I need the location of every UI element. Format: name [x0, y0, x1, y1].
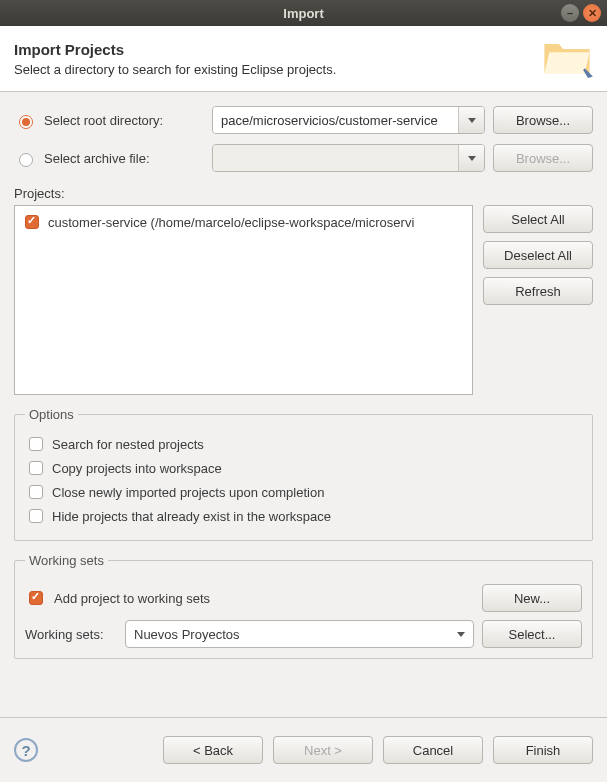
projects-label: Projects:	[14, 186, 593, 201]
archive-browse-button: Browse...	[493, 144, 593, 172]
root-directory-input[interactable]	[213, 107, 458, 133]
root-directory-label: Select root directory:	[44, 113, 204, 128]
add-to-working-sets-checkbox[interactable]	[29, 591, 43, 605]
archive-file-radio[interactable]	[19, 153, 33, 167]
page-subtitle: Select a directory to search for existin…	[14, 62, 541, 77]
root-directory-dropdown[interactable]	[458, 107, 484, 133]
cancel-button[interactable]: Cancel	[383, 736, 483, 764]
close-imported-label: Close newly imported projects upon compl…	[52, 485, 324, 500]
archive-file-input	[213, 145, 458, 171]
archive-file-label: Select archive file:	[44, 151, 204, 166]
select-all-button[interactable]: Select All	[483, 205, 593, 233]
search-nested-label: Search for nested projects	[52, 437, 204, 452]
page-title: Import Projects	[14, 41, 541, 58]
project-label: customer-service (/home/marcelo/eclipse-…	[48, 215, 414, 230]
copy-workspace-checkbox[interactable]	[29, 461, 43, 475]
hide-existing-checkbox[interactable]	[29, 509, 43, 523]
chevron-down-icon	[457, 632, 465, 637]
back-button[interactable]: < Back	[163, 736, 263, 764]
project-checkbox[interactable]	[25, 215, 39, 229]
select-working-set-button[interactable]: Select...	[482, 620, 582, 648]
working-sets-value: Nuevos Proyectos	[134, 627, 240, 642]
import-folder-icon	[541, 36, 593, 81]
new-working-set-button[interactable]: New...	[482, 584, 582, 612]
close-button[interactable]: ✕	[583, 4, 601, 22]
help-button[interactable]: ?	[14, 738, 38, 762]
root-directory-combo[interactable]	[212, 106, 485, 134]
root-directory-radio[interactable]	[19, 115, 33, 129]
refresh-button[interactable]: Refresh	[483, 277, 593, 305]
working-sets-select[interactable]: Nuevos Proyectos	[125, 620, 474, 648]
next-button: Next >	[273, 736, 373, 764]
hide-existing-label: Hide projects that already exist in the …	[52, 509, 331, 524]
working-sets-legend: Working sets	[25, 553, 108, 568]
search-nested-checkbox[interactable]	[29, 437, 43, 451]
working-sets-group: Working sets Add project to working sets…	[14, 553, 593, 659]
archive-file-dropdown	[458, 145, 484, 171]
options-legend: Options	[25, 407, 78, 422]
deselect-all-button[interactable]: Deselect All	[483, 241, 593, 269]
dialog-footer: ? < Back Next > Cancel Finish	[0, 717, 607, 782]
options-group: Options Search for nested projects Copy …	[14, 407, 593, 541]
add-to-working-sets-label: Add project to working sets	[54, 591, 474, 606]
titlebar: Import – ✕	[0, 0, 607, 26]
close-imported-checkbox[interactable]	[29, 485, 43, 499]
projects-list[interactable]: customer-service (/home/marcelo/eclipse-…	[14, 205, 473, 395]
root-browse-button[interactable]: Browse...	[493, 106, 593, 134]
list-item[interactable]: customer-service (/home/marcelo/eclipse-…	[21, 212, 466, 232]
dialog-header: Import Projects Select a directory to se…	[0, 26, 607, 92]
window-title: Import	[283, 6, 323, 21]
archive-file-combo	[212, 144, 485, 172]
minimize-button[interactable]: –	[561, 4, 579, 22]
working-sets-label: Working sets:	[25, 627, 117, 642]
finish-button[interactable]: Finish	[493, 736, 593, 764]
copy-workspace-label: Copy projects into workspace	[52, 461, 222, 476]
